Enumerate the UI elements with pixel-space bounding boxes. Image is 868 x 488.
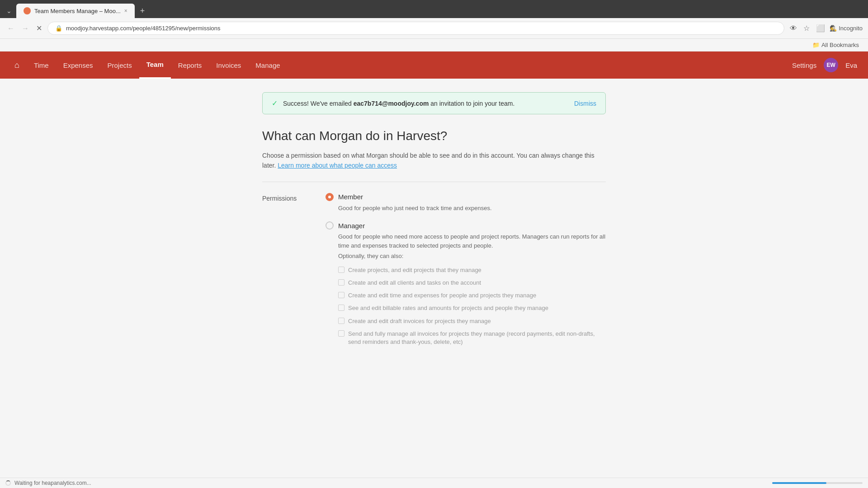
learn-more-link[interactable]: Learn more about what people can access [278,162,397,169]
manager-checkboxes: Create projects, and edit projects that … [338,266,606,346]
section-divider [262,182,606,182]
page-title: What can Morgan do in Harvest? [262,129,606,143]
checkbox-5[interactable] [338,318,344,324]
nav-item-team[interactable]: Team [139,52,171,79]
nav-item-time[interactable]: Time [27,52,56,78]
manager-description: Good for people who need more access to … [338,232,606,250]
success-text-before: Success! We've emailed [283,100,354,107]
user-avatar: EW [824,58,838,72]
browser-tab-active[interactable]: Team Members Manage – Moo... × [16,4,135,18]
checkbox-3[interactable] [338,292,344,298]
checkbox-item-5: Create and edit draft invoices for proje… [338,317,606,325]
success-check-icon: ✓ [272,99,278,108]
checkbox-2[interactable] [338,279,344,286]
tab-title: Team Members Manage – Moo... [34,8,121,14]
manager-radio-button[interactable] [326,221,334,230]
manager-radio-header: Manager [326,221,606,230]
nav-item-reports[interactable]: Reports [171,52,209,78]
bookmark-button[interactable]: ☆ [802,22,811,34]
permissions-label: Permissions [262,193,307,355]
checkbox-label-4: See and edit billable rates and amounts … [348,304,548,312]
folder-icon: 📁 [812,42,820,48]
bookmarks-bar: 📁 All Bookmarks [0,39,868,52]
split-button[interactable]: ⬜ [814,22,827,34]
tab-nav: ⌄ [4,5,14,16]
nav-item-invoices[interactable]: Invoices [209,52,248,78]
member-option: Member Good for people who just need to … [326,193,606,213]
username-label[interactable]: Eva [845,61,857,69]
main-content: ✓ Success! We've emailed eac7b714@moodjo… [253,79,615,369]
dismiss-button[interactable]: Dismiss [574,100,596,107]
checkbox-item-4: See and edit billable rates and amounts … [338,304,606,312]
checkbox-item-6: Send and fully manage all invoices for p… [338,330,606,346]
checkbox-label-3: Create and edit time and expenses for pe… [348,291,536,300]
browser-toolbar: ← → ✕ 🔒 moodjoy.harvestapp.com/people/48… [0,18,868,39]
browser-tab-bar: ⌄ Team Members Manage – Moo... × + [0,0,868,18]
lock-icon: 🔒 [55,25,62,32]
home-icon[interactable]: ⌂ [11,57,23,74]
nav-item-manage[interactable]: Manage [248,52,287,78]
manager-label: Manager [338,222,365,230]
manager-sub-description: Optionally, they can also: [338,252,606,261]
nav-item-expenses[interactable]: Expenses [56,52,100,78]
incognito-icon: 🕵 [830,25,837,32]
checkbox-label-6: Send and fully manage all invoices for p… [348,330,606,346]
success-message: Success! We've emailed eac7b714@moodjoy.… [283,100,569,107]
member-description: Good for people who just need to track t… [338,204,606,213]
checkbox-6[interactable] [338,330,344,337]
checkbox-4[interactable] [338,305,344,311]
tab-favicon [24,7,31,14]
permissions-section: Permissions Member Good for people who j… [262,193,606,355]
checkbox-label-5: Create and edit draft invoices for proje… [348,317,491,325]
toolbar-icons: 👁 ☆ ⬜ 🕵 Incognito [788,22,863,34]
checkbox-label-2: Create and edit all clients and tasks on… [348,279,481,287]
url-text: moodjoy.harvestapp.com/people/4851295/ne… [66,25,221,32]
forward-button[interactable]: → [20,23,31,34]
all-bookmarks-button[interactable]: 📁 All Bookmarks [809,41,863,49]
tab-nav-back[interactable]: ⌄ [4,5,14,16]
page-description: Choose a permission based on what Morgan… [262,150,606,171]
success-banner: ✓ Success! We've emailed eac7b714@moodjo… [262,92,606,114]
app-nav: ⌂ Time Expenses Projects Team Reports In… [0,52,868,79]
back-button[interactable]: ← [5,23,16,34]
browser-chrome: ⌄ Team Members Manage – Moo... × + ← → ✕… [0,0,868,52]
checkbox-item-1: Create projects, and edit projects that … [338,266,606,274]
member-radio-header: Member [326,193,606,201]
nav-right: Settings EW Eva [792,58,857,72]
all-bookmarks-label: All Bookmarks [821,42,859,48]
success-email: eac7b714@moodjoy.com [354,100,429,107]
reader-mode-button[interactable]: 👁 [788,23,799,34]
nav-item-projects[interactable]: Projects [100,52,139,78]
manager-option: Manager Good for people who need more ac… [326,221,606,346]
incognito-badge[interactable]: 🕵 Incognito [830,25,863,32]
success-text-after: an invitation to join your team. [429,100,514,107]
checkbox-item-3: Create and edit time and expenses for pe… [338,291,606,300]
checkbox-item-2: Create and edit all clients and tasks on… [338,279,606,287]
permissions-options: Member Good for people who just need to … [326,193,606,355]
tab-close-button[interactable]: × [124,8,127,14]
reload-button[interactable]: ✕ [34,22,44,34]
member-label: Member [338,193,363,201]
member-radio-button[interactable] [326,193,334,201]
new-tab-button[interactable]: + [137,5,149,18]
checkbox-label-1: Create projects, and edit projects that … [348,266,481,274]
incognito-label: Incognito [839,25,863,32]
settings-link[interactable]: Settings [792,61,816,69]
address-bar[interactable]: 🔒 moodjoy.harvestapp.com/people/4851295/… [47,22,784,35]
app-wrapper: ⌂ Time Expenses Projects Team Reports In… [0,52,868,458]
checkbox-1[interactable] [338,267,344,273]
